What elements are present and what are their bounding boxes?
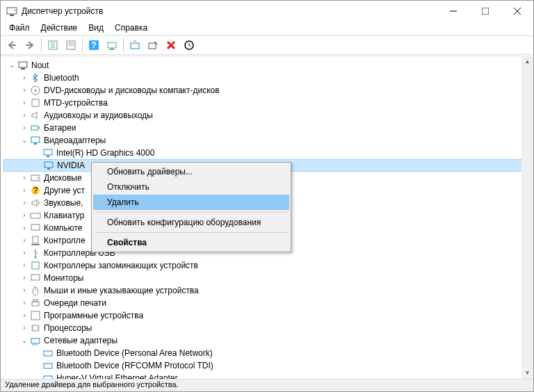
tree-item[interactable]: ›Очереди печати — [3, 297, 533, 309]
properties-button[interactable] — [63, 37, 79, 54]
status-bar: Удаление драйвера для выбранного устройс… — [1, 379, 533, 391]
svg-rect-49 — [31, 311, 40, 320]
collapse-icon[interactable]: ⌄ — [6, 60, 17, 71]
expand-icon[interactable]: › — [19, 97, 30, 108]
expand-icon[interactable]: › — [19, 185, 30, 196]
svg-rect-30 — [44, 149, 52, 155]
scroll-up-button[interactable]: ▲ — [521, 56, 533, 67]
expand-icon[interactable]: › — [19, 247, 30, 259]
svg-rect-38 — [31, 213, 40, 218]
ctx-disable[interactable]: Отключить — [93, 179, 289, 195]
network-icon — [42, 373, 54, 379]
display-icon — [30, 135, 41, 146]
svg-rect-29 — [34, 143, 37, 145]
expand-icon[interactable]: › — [19, 210, 30, 221]
svg-rect-55 — [31, 338, 40, 343]
close-button[interactable] — [501, 1, 533, 22]
expand-icon[interactable]: › — [19, 172, 30, 183]
tree-item[interactable]: Bluetooth Device (RFCOMM Protocol TDI) — [3, 359, 533, 372]
tree-item-network[interactable]: ⌄Сетевые адаптеры — [3, 334, 533, 347]
tree-item[interactable]: ›Мыши и иные указывающие устройства — [3, 284, 533, 297]
tree-item[interactable]: ›Аудиовходы и аудиовыходы — [3, 109, 533, 122]
menubar: Файл Действие Вид Справка — [1, 22, 533, 35]
menu-help[interactable]: Справка — [109, 22, 153, 35]
maximize-button[interactable] — [469, 1, 501, 22]
ctx-scan[interactable]: Обновить конфигурацию оборудования — [93, 215, 289, 230]
tree-item[interactable]: ›Контроллеры запоминающих устройств — [3, 259, 533, 272]
expand-icon[interactable]: › — [19, 122, 30, 133]
vertical-scrollbar[interactable]: ▲ ▼ — [521, 56, 533, 379]
tree-item[interactable]: Bluetooth Device (Personal Area Network) — [3, 347, 533, 359]
tree-item[interactable]: ›Процессоры — [3, 322, 533, 334]
usb-icon — [30, 247, 41, 259]
svg-rect-48 — [33, 300, 38, 302]
scan-button[interactable] — [104, 37, 120, 54]
svg-rect-1 — [10, 15, 14, 16]
tree-item[interactable]: Hyper-V Virtual Ethernet Adapter — [3, 372, 533, 379]
expand-icon[interactable]: › — [19, 260, 30, 271]
svg-rect-59 — [44, 351, 52, 356]
svg-rect-32 — [44, 162, 53, 168]
expand-icon[interactable]: › — [19, 72, 30, 83]
scroll-down-button[interactable]: ▼ — [521, 367, 533, 379]
disc-icon — [30, 85, 41, 96]
expand-icon[interactable]: › — [19, 222, 30, 234]
expand-icon[interactable]: › — [19, 110, 30, 121]
svg-text:?: ? — [33, 186, 38, 195]
unknown-icon: ? — [30, 185, 41, 196]
disk-icon — [30, 172, 41, 183]
tree-item[interactable]: ›MTD-устройства — [3, 97, 533, 109]
tree-item[interactable]: Intel(R) HD Graphics 4000 — [3, 147, 533, 159]
monitor-icon — [30, 272, 41, 284]
expand-icon[interactable]: › — [19, 285, 30, 296]
tree-root[interactable]: ⌄Nout — [3, 59, 533, 72]
menu-view[interactable]: Вид — [83, 22, 109, 35]
tree-item-video[interactable]: ⌄Видеоадаптеры — [3, 134, 533, 147]
svg-rect-41 — [31, 244, 40, 245]
menu-action[interactable]: Действие — [35, 22, 83, 35]
refresh-button[interactable] — [181, 37, 197, 54]
disable-button[interactable] — [145, 37, 161, 54]
tree-item[interactable]: ›Bluetooth — [3, 72, 533, 84]
storage-icon — [30, 260, 41, 271]
collapse-icon[interactable]: ⌄ — [19, 135, 30, 146]
window-title: Диспетчер устройств — [22, 6, 437, 16]
separator — [95, 212, 288, 213]
ctx-update-drivers[interactable]: Обновить драйверы... — [93, 164, 289, 179]
back-button[interactable] — [3, 37, 20, 54]
expand-icon[interactable]: › — [19, 272, 30, 284]
collapse-icon[interactable]: ⌄ — [19, 335, 30, 346]
forward-button[interactable] — [22, 37, 38, 54]
audio-icon — [30, 110, 41, 121]
keyboard-icon — [30, 210, 41, 221]
expand-icon[interactable]: › — [19, 297, 30, 309]
expand-icon[interactable]: › — [19, 310, 30, 321]
show-hidden-button[interactable] — [44, 37, 61, 54]
expand-icon[interactable]: › — [19, 235, 30, 246]
minimize-button[interactable] — [437, 1, 469, 22]
ctx-delete[interactable]: Удалить — [93, 195, 289, 210]
tree-item[interactable]: ›Батареи — [3, 122, 533, 134]
uninstall-button[interactable] — [163, 37, 179, 54]
network-icon — [42, 348, 54, 359]
svg-rect-34 — [31, 175, 40, 181]
tree-item[interactable]: ›Мониторы — [3, 272, 533, 284]
network-icon — [30, 335, 41, 346]
svg-point-35 — [37, 177, 38, 179]
help-button[interactable]: ? — [86, 37, 102, 54]
expand-icon[interactable]: › — [19, 85, 30, 96]
expand-icon[interactable]: › — [19, 197, 30, 209]
expand-icon[interactable]: › — [19, 322, 30, 334]
tree-item[interactable]: ›Программные устройства — [3, 309, 533, 322]
menu-file[interactable]: Файл — [3, 22, 35, 35]
toolbar: ? — [1, 35, 533, 55]
speaker-icon — [30, 197, 41, 209]
svg-rect-40 — [33, 236, 38, 243]
svg-text:?: ? — [91, 40, 96, 50]
ctx-properties[interactable]: Свойства — [93, 235, 289, 250]
tree-item[interactable]: ›DVD-дисководы и дисководы компакт-диско… — [3, 84, 533, 97]
svg-rect-17 — [110, 49, 114, 50]
update-driver-button[interactable] — [127, 37, 143, 54]
svg-rect-26 — [31, 126, 38, 130]
bluetooth-icon — [30, 72, 41, 83]
